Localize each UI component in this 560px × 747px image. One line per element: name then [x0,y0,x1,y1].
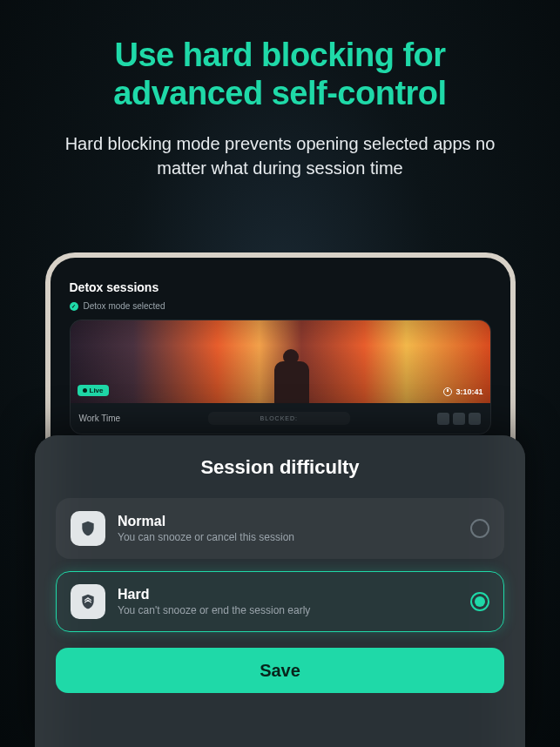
hero-title: Use hard blocking for advanced self-cont… [44,37,516,112]
hero-subtitle: Hard blocking mode prevents opening sele… [44,131,516,180]
radio-unchecked[interactable] [470,519,489,538]
option-normal[interactable]: Normal You can snooze or cancel this ses… [56,498,504,559]
app-icon [437,413,449,425]
radio-checked[interactable] [470,592,489,611]
shield-icon [71,511,105,546]
option-hard[interactable]: Hard You can't snooze or end the session… [56,571,504,632]
difficulty-sheet: Session difficulty Normal You can snooze… [35,435,525,747]
blocked-app-icons [437,413,481,425]
session-row: Work Time BLOCKED: [71,403,490,434]
option-title: Hard [118,587,458,602]
silhouette-graphic [259,342,311,403]
status-text: Detox mode selected [84,301,165,311]
option-desc: You can't snooze or end the session earl… [118,604,458,616]
session-timer: 3:10:41 [443,387,482,396]
blocked-label: BLOCKED: [208,412,350,425]
app-icon [453,413,465,425]
status-row: Detox mode selected [70,301,491,311]
screen-heading: Detox sessions [70,280,491,294]
sheet-title: Session difficulty [56,456,504,479]
session-image: Live 3:10:41 [71,320,490,403]
app-icon [469,413,481,425]
session-name: Work Time [79,414,121,423]
option-title: Normal [118,514,458,529]
save-button[interactable]: Save [56,648,504,693]
shield-chevron-icon [71,584,105,619]
clock-icon [443,387,452,396]
hero-section: Use hard blocking for advanced self-cont… [0,0,560,180]
check-icon [70,302,78,311]
live-badge: Live [78,385,109,396]
session-card[interactable]: Live 3:10:41 Work Time BLOCKED: [70,320,491,434]
option-desc: You can snooze or cancel this session [118,531,458,543]
